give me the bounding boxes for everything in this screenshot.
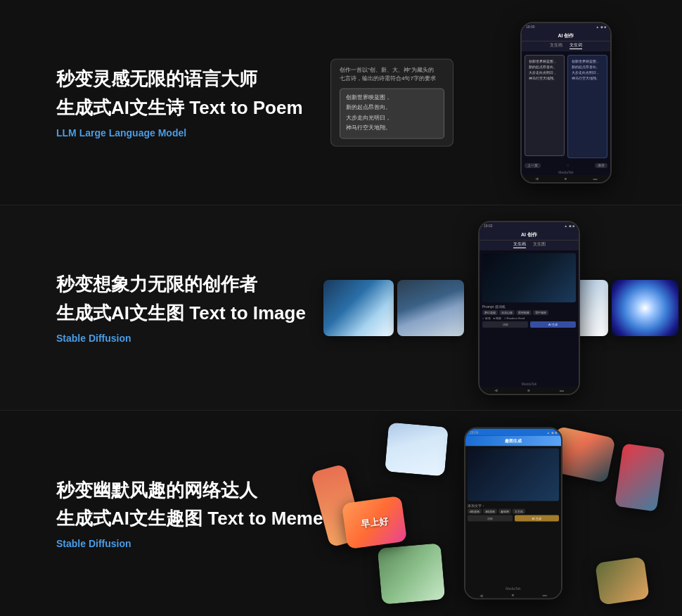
meme-card-plant bbox=[595, 556, 650, 605]
meme-tag4[interactable]: 文艺风 bbox=[513, 509, 525, 514]
section-meme: 秒变幽默风趣的网络达人 生成式AI文生趣图 Text to Meme Stabl… bbox=[0, 411, 682, 616]
meme-card-swan bbox=[385, 422, 449, 476]
poem-box-right: 创新世界映蓝图，新的起点昂首向。大步走向光明日，神马行空天地翔。 bbox=[567, 55, 607, 158]
meme-phone-status: 19:04 ▲ ◆ ■ bbox=[465, 429, 561, 436]
meme-card-morning: 早上好 bbox=[342, 496, 407, 549]
meme-nav-bar: ◀ ■ ▬ bbox=[465, 591, 561, 598]
poem-title-small: 秒变灵感无限的语言大师 bbox=[56, 66, 323, 91]
image-tab1[interactable]: 文生画 bbox=[513, 242, 526, 248]
meme-visual-area: 早上好 19:04 ▲ ◆ ■ 趣图生成 添加文字： bbox=[323, 411, 682, 616]
meme-style-tags: 4格漫画 4格漫画 趣味梗 文艺风 bbox=[468, 509, 559, 514]
meme-phone-header: 趣图生成 bbox=[465, 436, 561, 447]
meme-text-area: 秒变幽默风趣的网络达人 生成式AI文生趣图 Text to Meme Stabl… bbox=[0, 477, 323, 550]
s2-clear-btn[interactable]: 清除 bbox=[482, 321, 528, 328]
image-card-mountain bbox=[397, 280, 464, 336]
image-phone-screen: 19:02 ▲ ◆ ■ AI 创作 文生画 文生图 Prompt 提词机 梦幻花… bbox=[480, 222, 579, 394]
meme-gen-btn[interactable]: AI 生成 bbox=[515, 515, 560, 522]
image-title-large: 生成式AI文生图 Text to Image bbox=[56, 300, 323, 326]
poem-output: 创新世界映蓝图， 新的起点昂首向。 大步走向光明日， 神马行空天地翔。 bbox=[340, 89, 444, 139]
s2-action-buttons: 清除 AI 生成 bbox=[482, 321, 576, 328]
meme-brand: MediaTek bbox=[465, 586, 561, 591]
s2-prompt-label: Prompt 提词机 bbox=[482, 304, 576, 309]
poem-brand: MediaTek bbox=[522, 169, 610, 175]
image-visual-area: 19:02 ▲ ◆ ■ AI 创作 文生画 文生图 Prompt 提词机 梦幻花… bbox=[323, 205, 682, 410]
meme-subtitle: Stable Diffusion bbox=[56, 538, 323, 549]
poem-tab2[interactable]: 文生词 bbox=[570, 43, 582, 49]
image-subtitle: Stable Diffusion bbox=[56, 333, 323, 344]
s2-tags: 梦幻花园 冰冻山脉 星球能量 雪中城堡 bbox=[482, 310, 576, 315]
poem-phone-content: 创新世界映蓝图，新的起点昂首向。大步走向光明日，神马行空天地翔。 创新世界映蓝图… bbox=[522, 51, 610, 162]
poem-box-left: 创新世界映蓝图，新的起点昂首向。大步走向光明日，神马行空天地翔。 bbox=[525, 55, 565, 156]
image-text-area: 秒变想象力无限的创作者 生成式AI文生图 Text to Image Stabl… bbox=[0, 271, 323, 344]
s2-options: ○ 标准 ● 精致 □ Random Seed bbox=[482, 316, 576, 320]
poem-tab1[interactable]: 文生画 bbox=[550, 43, 562, 49]
poem-prompt-box: 创作一首以"创、新、大、神"为藏头的七言诗，输出的诗需符合4句7字的要求 创新世… bbox=[330, 58, 453, 146]
poem-phone-tabs: 文生画 文生词 bbox=[522, 41, 610, 51]
poem-phone: 19:00 ▲ ◆ ■ AI 创作 文生画 文生词 创新世界映蓝图，新的起点昂首… bbox=[520, 22, 612, 184]
meme-phone-content: 添加文字： 4格漫画 4格漫画 趣味梗 文艺风 清除 AI 生成 bbox=[465, 447, 561, 586]
image-phone-header: AI 创作 bbox=[480, 229, 579, 240]
meme-tag2[interactable]: 4格漫画 bbox=[483, 509, 497, 514]
meme-tag1[interactable]: 4格漫画 bbox=[468, 509, 482, 514]
poem-prompt-desc: 创作一首以"创、新、大、神"为藏头的七言诗，输出的诗需符合4句7字的要求 bbox=[340, 66, 444, 84]
image-phone-content: Prompt 提词机 梦幻花园 冰冻山脉 星球能量 雪中城堡 ○ 标准 ● 精致… bbox=[480, 250, 579, 381]
poem-title-large: 生成式AI文生诗 Text to Poem bbox=[56, 95, 323, 120]
poem-nav-bar: ◀ ■ ▬ bbox=[522, 175, 610, 182]
s2-tag4[interactable]: 雪中城堡 bbox=[533, 310, 548, 315]
poem-visual-area: 创作一首以"创、新、大、神"为藏头的七言诗，输出的诗需符合4句7字的要求 创新世… bbox=[323, 0, 682, 205]
image-phone-tabs: 文生画 文生图 bbox=[480, 240, 579, 250]
meme-image-area bbox=[468, 449, 559, 501]
poem-phone-header: AI 创作 bbox=[522, 30, 610, 41]
meme-add-text-label: 添加文字： bbox=[468, 503, 559, 508]
meme-clear-btn[interactable]: 清除 bbox=[468, 515, 513, 522]
image-title-small: 秒变想象力无限的创作者 bbox=[56, 271, 323, 297]
poem-phone-status: 19:00 ▲ ◆ ■ bbox=[522, 23, 610, 30]
image-card-ocean bbox=[323, 280, 394, 336]
meme-title-large: 生成式AI文生趣图 Text to Meme bbox=[56, 506, 323, 531]
s2-tag3[interactable]: 星球能量 bbox=[516, 310, 532, 315]
image-card-swirl bbox=[612, 280, 678, 336]
s2-tag1[interactable]: 梦幻花园 bbox=[482, 310, 498, 315]
image-phone-status: 19:02 ▲ ◆ ■ bbox=[480, 222, 579, 229]
meme-tag3[interactable]: 趣味梗 bbox=[498, 509, 511, 514]
meme-phone: 19:04 ▲ ◆ ■ 趣图生成 添加文字： 4格漫画 4格漫画 趣味梗 文艺风 bbox=[464, 428, 562, 600]
s2-tag2[interactable]: 冰冻山脉 bbox=[499, 310, 515, 315]
section-poem: 秒变灵感无限的语言大师 生成式AI文生诗 Text to Poem LLM La… bbox=[0, 0, 682, 205]
section-image: 秒变想象力无限的创作者 生成式AI文生图 Text to Image Stabl… bbox=[0, 205, 682, 411]
poem-prev-btn[interactable]: 上一页 bbox=[525, 163, 541, 168]
poem-text-area: 秒变灵感无限的语言大师 生成式AI文生诗 Text to Poem LLM La… bbox=[0, 66, 323, 139]
meme-title-small: 秒变幽默风趣的网络达人 bbox=[56, 477, 323, 503]
image-brand: MediaTek bbox=[480, 381, 579, 387]
poem-save-btn[interactable]: 保存 bbox=[595, 163, 607, 168]
poem-phone-screen: 19:00 ▲ ◆ ■ AI 创作 文生画 文生词 创新世界映蓝图，新的起点昂首… bbox=[522, 23, 610, 182]
image-tab2[interactable]: 文生图 bbox=[533, 242, 546, 248]
image-phone: 19:02 ▲ ◆ ■ AI 创作 文生画 文生图 Prompt 提词机 梦幻花… bbox=[478, 221, 580, 395]
meme-phone-screen: 19:04 ▲ ◆ ■ 趣图生成 添加文字： 4格漫画 4格漫画 趣味梗 文艺风 bbox=[465, 429, 561, 598]
meme-action-buttons: 清除 AI 生成 bbox=[468, 515, 559, 522]
meme-card-drink bbox=[615, 443, 665, 511]
s2-gen-btn[interactable]: AI 生成 bbox=[530, 321, 576, 328]
poem-subtitle: LLM Large Language Model bbox=[56, 127, 323, 139]
meme-card-duck bbox=[378, 543, 446, 605]
image-placeholder bbox=[482, 253, 576, 302]
poem-action-bar: 上一页 ○ 保存 bbox=[522, 162, 610, 169]
image-nav-bar: ◀ ■ ▬ bbox=[480, 387, 579, 394]
